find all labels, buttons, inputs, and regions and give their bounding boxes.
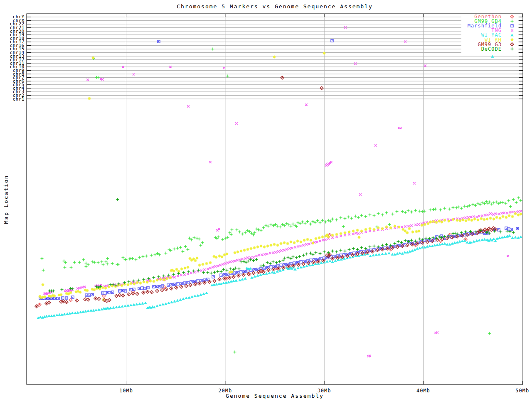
- legend-entry-label: DeCODE: [481, 46, 502, 52]
- data-points-marshfield: [39, 39, 519, 300]
- legend-symbol-genethon-fill: [512, 16, 512, 17]
- x-tick-label: 10Mb: [119, 388, 133, 394]
- x-tick-label: 30Mb: [318, 388, 331, 394]
- chromosome-label: chr1: [13, 96, 25, 102]
- data-points-tng: [43, 26, 522, 357]
- scatter-plot: GenethonGM99 GB4MarshfieldTNGWI YACWI RH…: [0, 0, 532, 399]
- data-points-wi-yac-fill: [37, 55, 522, 319]
- legend-symbol-gm99-g3-fill: [512, 44, 512, 45]
- data-points-gm99-g3-fill: [36, 77, 496, 307]
- data-points-marshfield-fill: [40, 40, 518, 299]
- chart-canvas: Chromosome 5 Markers vs Genome Sequence …: [0, 0, 532, 399]
- legend-symbol-marshfield-fill: [512, 25, 512, 26]
- legend-symbol-wi-rh: [511, 38, 514, 41]
- data-points-decode: [48, 198, 515, 293]
- plot-frame: [27, 14, 523, 384]
- x-tick-label: 40Mb: [416, 388, 430, 394]
- x-tick-label: 50Mb: [515, 388, 529, 394]
- x-tick-label: 20Mb: [218, 388, 232, 394]
